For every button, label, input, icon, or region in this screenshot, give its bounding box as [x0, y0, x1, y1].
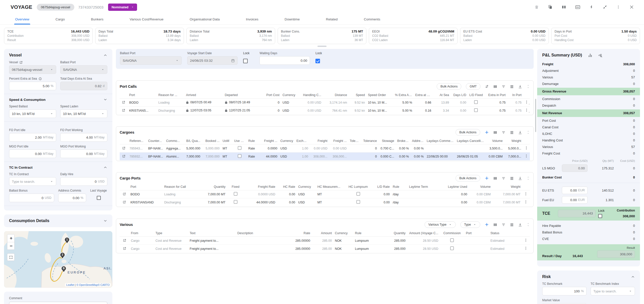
tab-related[interactable]: Related	[325, 14, 339, 24]
column-header[interactable]: Port Cost	[262, 92, 281, 99]
column-header[interactable]: Freight ...	[329, 138, 348, 144]
open-row-icon[interactable]	[123, 239, 126, 242]
voyage-start-date-input[interactable]: 24/06/25 03:32	[187, 56, 238, 65]
fueleu-price-input[interactable]	[565, 198, 577, 202]
speed-laden-select[interactable]: 10 kn, 10 MT/d	[60, 109, 107, 118]
ballast-port-select[interactable]: SAVONA	[60, 65, 107, 74]
add-row-icon[interactable]	[485, 176, 489, 180]
chevron-down-icon[interactable]	[103, 98, 107, 102]
column-header[interactable]: Laydays Commence	[425, 138, 456, 144]
column-header[interactable]: At Sea	[433, 92, 451, 99]
tab-organisational-data[interactable]: Organisational Data	[189, 14, 221, 24]
column-header[interactable]: Commo...	[165, 138, 182, 144]
column-header[interactable]: Status	[489, 230, 522, 237]
row-menu-icon[interactable]	[524, 146, 528, 150]
expand-icon[interactable]	[527, 131, 530, 134]
expand-icon[interactable]	[527, 176, 530, 180]
column-header[interactable]: HC Lumpsum	[346, 184, 370, 190]
column-header[interactable]: Port	[129, 184, 163, 190]
tab-bunkers[interactable]: Bunkers	[90, 14, 105, 24]
column-header[interactable]: Speed	[348, 92, 366, 99]
column-header[interactable]: B/L Qua...	[183, 138, 202, 144]
column-header[interactable]: Broker C.	[396, 138, 410, 144]
line-search-icon[interactable]	[598, 53, 602, 57]
chevron-up-icon[interactable]	[103, 53, 107, 57]
column-header[interactable]: Booked ...	[202, 138, 221, 144]
open-row-icon[interactable]	[123, 192, 126, 196]
checkbox[interactable]	[450, 247, 454, 250]
bar-chart-icon[interactable]	[588, 53, 592, 57]
rows-icon[interactable]	[510, 223, 514, 227]
column-header[interactable]: Extra at Sea	[414, 92, 433, 99]
waiting-days-input[interactable]	[262, 59, 307, 63]
column-header[interactable]: Volume	[486, 138, 504, 144]
column-header[interactable]: Rule	[391, 184, 408, 190]
rows-icon[interactable]	[510, 85, 514, 88]
column-header[interactable]: Rate	[280, 230, 312, 237]
tc-in-contract-select[interactable]: Type to search.	[9, 177, 56, 186]
mgo-port-idle-input[interactable]	[12, 152, 42, 156]
fo-port-idle-input[interactable]	[12, 136, 42, 139]
checkbox[interactable]	[357, 200, 360, 204]
copy-icon[interactable]	[548, 5, 553, 9]
column-header[interactable]: Freight ...	[260, 138, 279, 144]
tce-lock-checkbox[interactable]	[598, 214, 602, 218]
column-header[interactable]: Commission	[440, 230, 464, 237]
various-type-dropdown[interactable]: Various Type	[425, 221, 456, 228]
column-header[interactable]: Reason for Call	[163, 184, 197, 190]
pdf-export-icon[interactable]: PDF	[575, 5, 581, 9]
table-row[interactable]: BODOLoading08/07/25 00:4908/07/25 18:490…	[120, 99, 530, 107]
columns-icon[interactable]	[493, 85, 497, 88]
kebab-icon[interactable]	[616, 5, 620, 9]
column-header[interactable]: In Port	[507, 92, 523, 99]
expand-icon[interactable]	[527, 223, 530, 226]
download-icon[interactable]	[518, 131, 522, 134]
column-header[interactable]: Currency	[281, 92, 299, 99]
column-header[interactable]: Type	[154, 230, 188, 237]
carto-link[interactable]: © CARTO	[98, 283, 110, 286]
row-menu-icon[interactable]	[524, 200, 528, 204]
map-fullscreen-button[interactable]	[7, 253, 15, 261]
column-header[interactable]: From	[129, 230, 154, 237]
add-row-icon[interactable]	[485, 223, 489, 227]
columns-icon[interactable]	[493, 176, 497, 180]
external-link-icon[interactable]	[19, 61, 23, 64]
checkbox[interactable]	[474, 108, 478, 112]
column-header[interactable]: Stowage	[378, 138, 396, 144]
column-header[interactable]: Handling C...	[299, 92, 323, 99]
comment-input[interactable]	[9, 302, 107, 304]
rows-icon[interactable]	[510, 131, 514, 134]
checkbox[interactable]	[234, 192, 237, 196]
column-header[interactable]: Exchan...	[295, 138, 310, 144]
rows-icon[interactable]	[510, 176, 514, 180]
open-row-icon[interactable]	[122, 155, 125, 158]
column-header[interactable]: Freight	[310, 138, 329, 144]
column-header[interactable]: UoM	[221, 138, 233, 144]
row-menu-icon[interactable]	[524, 154, 528, 158]
row-menu-icon[interactable]	[524, 246, 528, 251]
column-header[interactable]: Rule	[353, 230, 385, 237]
column-header[interactable]: Tolerar...	[348, 138, 361, 144]
scrollbar[interactable]	[535, 99, 536, 132]
column-header[interactable]: Extra in Port	[484, 92, 507, 99]
columns-icon[interactable]	[493, 131, 497, 134]
column-header[interactable]: Weight	[504, 138, 523, 144]
column-header[interactable]: Distance	[323, 92, 348, 99]
column-header[interactable]: Address...	[410, 138, 425, 144]
column-header[interactable]: Laytime Used	[440, 184, 469, 190]
table-row[interactable]: KRISTIANS...Discharging12/07/25 03:0512/…	[120, 107, 530, 115]
column-header[interactable]: Departed	[223, 92, 262, 99]
speed-ballast-select[interactable]: 10 kn, 10 MT/d	[9, 109, 56, 118]
checkbox[interactable]	[238, 154, 241, 158]
compare-icon[interactable]	[562, 5, 566, 9]
fo-port-working-input[interactable]	[63, 136, 93, 139]
column-header[interactable]: HC Measurem...	[316, 184, 346, 190]
column-header[interactable]: L/D Fixed	[468, 92, 485, 99]
column-header[interactable]: Weight	[492, 184, 522, 190]
column-header[interactable]: Tolerance	[361, 138, 378, 144]
sort-icon[interactable]	[485, 84, 489, 88]
collapse-window-icon[interactable]	[603, 5, 607, 9]
delete-icon[interactable]	[534, 5, 539, 9]
bulk-actions-button[interactable]: Bulk Actions	[437, 83, 461, 90]
tab-downtime[interactable]: Downtime	[284, 14, 301, 24]
